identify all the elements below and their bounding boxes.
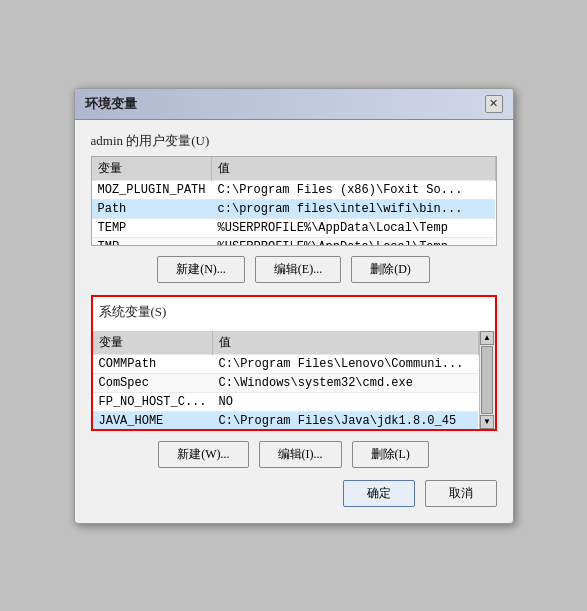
- dialog-body: admin 的用户变量(U) 变量 值 MOZ_PLUGIN_PATH C:\P…: [75, 120, 513, 523]
- user-var-value: C:\Program Files (x86)\Foxit So...: [212, 180, 495, 199]
- sys-delete-button[interactable]: 删除(L): [352, 441, 429, 468]
- user-button-row: 新建(N)... 编辑(E)... 删除(D): [91, 256, 497, 283]
- sys-scrollbar[interactable]: ▲ ▼: [479, 331, 495, 429]
- dialog-title: 环境变量: [85, 95, 137, 113]
- sys-new-button[interactable]: 新建(W)...: [158, 441, 248, 468]
- sys-variables-table: 变量 值 COMMPath C:\Program Files\Lenovo\Co…: [93, 331, 479, 429]
- sys-table-header: 变量 值: [93, 331, 479, 355]
- user-var-value: %USERPROFILE%\AppData\Local\Temp: [212, 237, 495, 245]
- user-table-header: 变量 值: [92, 157, 496, 181]
- table-row[interactable]: TMP %USERPROFILE%\AppData\Local\Temp: [92, 237, 496, 245]
- table-row[interactable]: COMMPath C:\Program Files\Lenovo\Communi…: [93, 354, 479, 373]
- sys-var-name: ComSpec: [93, 373, 213, 392]
- user-new-button[interactable]: 新建(N)...: [157, 256, 245, 283]
- sys-col-val: 值: [213, 331, 478, 355]
- table-row[interactable]: Path c:\program files\intel\wifi\bin...: [92, 199, 496, 218]
- environment-variables-dialog: 环境变量 ✕ admin 的用户变量(U) 变量 值 MOZ_PLUGIN_PA…: [74, 88, 514, 524]
- user-var-value: c:\program files\intel\wifi\bin...: [212, 199, 495, 218]
- user-var-name: TEMP: [92, 218, 212, 237]
- table-row[interactable]: JAVA_HOME C:\Program Files\Java\jdk1.8.0…: [93, 411, 479, 429]
- sys-table-body: COMMPath C:\Program Files\Lenovo\Communi…: [93, 354, 479, 429]
- title-bar: 环境变量 ✕: [75, 89, 513, 120]
- sys-var-name: JAVA_HOME: [93, 411, 213, 429]
- user-var-name: Path: [92, 199, 212, 218]
- ok-button[interactable]: 确定: [343, 480, 415, 507]
- sys-edit-button[interactable]: 编辑(I)...: [259, 441, 342, 468]
- close-button[interactable]: ✕: [485, 95, 503, 113]
- user-delete-button[interactable]: 删除(D): [351, 256, 430, 283]
- user-edit-button[interactable]: 编辑(E)...: [255, 256, 341, 283]
- user-variables-table-container: 变量 值 MOZ_PLUGIN_PATH C:\Program Files (x…: [91, 156, 497, 246]
- user-var-name: TMP: [92, 237, 212, 245]
- user-section-label: admin 的用户变量(U): [91, 132, 497, 150]
- scrollbar-down-button[interactable]: ▼: [480, 415, 494, 429]
- user-var-value: %USERPROFILE%\AppData\Local\Temp: [212, 218, 495, 237]
- scrollbar-up-button[interactable]: ▲: [480, 331, 494, 345]
- sys-table-wrapper: 变量 值 COMMPath C:\Program Files\Lenovo\Co…: [93, 331, 479, 429]
- scrollbar-thumb[interactable]: [481, 346, 493, 414]
- sys-var-value: C:\Windows\system32\cmd.exe: [213, 373, 478, 392]
- user-col-val: 值: [212, 157, 495, 181]
- sys-var-value: NO: [213, 392, 478, 411]
- user-var-name: MOZ_PLUGIN_PATH: [92, 180, 212, 199]
- table-row[interactable]: MOZ_PLUGIN_PATH C:\Program Files (x86)\F…: [92, 180, 496, 199]
- table-row[interactable]: FP_NO_HOST_C... NO: [93, 392, 479, 411]
- cancel-button[interactable]: 取消: [425, 480, 497, 507]
- sys-button-row: 新建(W)... 编辑(I)... 删除(L): [91, 441, 497, 468]
- sys-variables-table-container: 系统变量(S) 变量 值 COMMPath C:\: [91, 295, 497, 431]
- sys-var-value: C:\Program Files\Lenovo\Communi...: [213, 354, 478, 373]
- user-col-var: 变量: [92, 157, 212, 181]
- sys-col-var: 变量: [93, 331, 213, 355]
- sys-table-area: 变量 值 COMMPath C:\Program Files\Lenovo\Co…: [93, 331, 495, 429]
- footer-row: 确定 取消: [91, 480, 497, 511]
- user-table-wrapper: 变量 值 MOZ_PLUGIN_PATH C:\Program Files (x…: [92, 157, 496, 245]
- sys-var-value: C:\Program Files\Java\jdk1.8.0_45: [213, 411, 478, 429]
- table-row[interactable]: TEMP %USERPROFILE%\AppData\Local\Temp: [92, 218, 496, 237]
- user-table-body: MOZ_PLUGIN_PATH C:\Program Files (x86)\F…: [92, 180, 496, 245]
- sys-var-name: FP_NO_HOST_C...: [93, 392, 213, 411]
- table-row[interactable]: ComSpec C:\Windows\system32\cmd.exe: [93, 373, 479, 392]
- sys-section-label: 系统变量(S): [93, 297, 495, 325]
- sys-var-name: COMMPath: [93, 354, 213, 373]
- user-variables-table: 变量 值 MOZ_PLUGIN_PATH C:\Program Files (x…: [92, 157, 496, 245]
